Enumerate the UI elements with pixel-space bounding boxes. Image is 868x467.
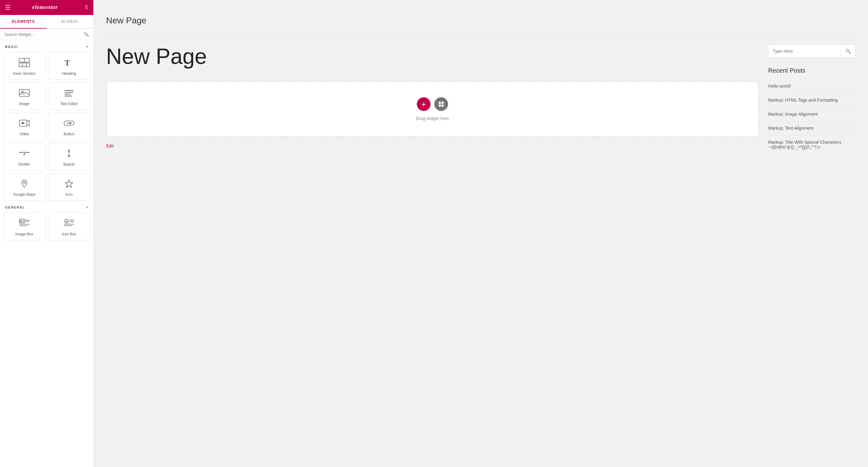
logo: elementor — [32, 2, 63, 13]
hamburger-icon[interactable]: ☰ — [5, 4, 10, 11]
inner-section-icon — [19, 58, 30, 69]
recent-post-item[interactable]: Markup: Title With Special Characters ~!… — [768, 135, 856, 154]
icon-icon — [63, 179, 74, 190]
recent-post-item[interactable]: Markup: Text Alignment — [768, 121, 856, 135]
widget-icon-box-label: Icon Box — [62, 232, 76, 236]
svg-rect-38 — [439, 104, 441, 107]
panel-tabs: Elements Global — [0, 15, 93, 29]
svg-rect-39 — [441, 104, 444, 107]
sidebar-search-widget: 🔍 — [768, 44, 856, 58]
recent-posts-title: Recent Posts — [768, 67, 856, 74]
drag-hint: Drag widget here — [416, 116, 449, 121]
search-container: 🔍 — [0, 29, 93, 40]
search-icon[interactable]: 🔍 — [84, 32, 89, 37]
svg-rect-7 — [19, 90, 29, 96]
widget-video[interactable]: Video — [3, 112, 45, 140]
widget-google-maps[interactable]: Google Maps — [3, 173, 45, 201]
widget-spacer-label: Spacer — [63, 162, 75, 166]
right-sidebar: 🔍 Recent Posts Hello world! Markup: HTML… — [768, 44, 856, 154]
widget-inner-section-label: Inner Section — [13, 71, 35, 76]
widget-google-maps-label: Google Maps — [13, 192, 35, 197]
canvas-divider — [106, 35, 856, 35]
text-editor-icon — [63, 88, 74, 99]
basic-widget-grid: Inner Section T Heading — [3, 52, 90, 201]
recent-post-item[interactable]: Hello world! — [768, 79, 856, 93]
section-general-label: General — [5, 205, 25, 209]
spacer-icon — [63, 149, 74, 160]
svg-text:★: ★ — [65, 220, 68, 223]
widget-button[interactable]: Button — [48, 112, 91, 140]
widget-divider-label: Divider — [19, 162, 30, 166]
svg-rect-36 — [439, 102, 441, 104]
widget-image-box[interactable]: Image Box — [3, 212, 45, 240]
drag-zone: + Drag widget here — [106, 81, 759, 137]
widget-inner-section[interactable]: Inner Section — [3, 52, 45, 80]
widget-list: Basic ▾ Inner Section — [0, 40, 93, 467]
sidebar-search-input[interactable] — [769, 45, 841, 57]
widget-text-editor[interactable]: Text Editor — [48, 82, 91, 110]
template-button[interactable] — [434, 97, 448, 111]
widget-image[interactable]: Image — [3, 82, 45, 110]
add-widget-button[interactable]: + — [417, 97, 431, 111]
svg-marker-23 — [65, 180, 73, 187]
widget-spacer[interactable]: Spacer — [48, 143, 91, 170]
image-icon — [19, 88, 30, 99]
main-area: New Page New Page + — [94, 0, 868, 467]
widget-video-label: Video — [20, 132, 29, 136]
widget-heading[interactable]: T Heading — [48, 52, 91, 80]
widget-heading-label: Heading — [62, 71, 76, 76]
tab-global[interactable]: Global — [47, 15, 94, 29]
widget-divider[interactable]: Divider — [3, 143, 45, 170]
svg-text:T: T — [65, 58, 70, 67]
page-title-top: New Page — [106, 9, 856, 35]
button-icon — [63, 119, 74, 129]
image-box-icon — [19, 219, 30, 229]
search-input[interactable] — [4, 32, 81, 37]
section-basic-header[interactable]: Basic ▾ — [3, 40, 90, 52]
big-page-title: New Page — [106, 44, 759, 69]
section-basic-label: Basic — [5, 45, 18, 48]
divider-icon — [19, 149, 30, 160]
widget-icon-box[interactable]: ★ Icon Box — [48, 212, 91, 240]
chevron-down-icon-general: ▾ — [86, 205, 89, 209]
svg-rect-37 — [441, 102, 444, 104]
edit-link[interactable]: Edit — [106, 143, 759, 148]
section-general-header[interactable]: General ▾ — [3, 201, 90, 212]
tab-elements[interactable]: Elements — [0, 15, 47, 29]
left-panel: ☰ elementor ⠿ Elements Global 🔍 Basic ▾ — [0, 0, 94, 467]
chevron-down-icon: ▾ — [86, 44, 89, 49]
heading-icon: T — [63, 58, 74, 69]
general-widget-grid: Image Box ★ Icon Box — [3, 212, 90, 240]
widget-image-label: Image — [19, 102, 29, 106]
recent-post-item[interactable]: Markup: HTML Tags and Formatting — [768, 93, 856, 107]
icon-box-icon: ★ — [63, 219, 74, 229]
video-icon — [19, 119, 30, 129]
top-bar: ☰ elementor ⠿ — [0, 0, 93, 15]
grid-icon[interactable]: ⠿ — [85, 5, 88, 10]
drag-buttons: + — [417, 97, 448, 111]
widget-image-box-label: Image Box — [15, 232, 33, 236]
svg-point-22 — [23, 181, 25, 183]
widget-text-editor-label: Text Editor — [60, 102, 78, 106]
recent-posts-list: Hello world! Markup: HTML Tags and Forma… — [768, 79, 856, 154]
widget-button-label: Button — [64, 132, 74, 136]
svg-rect-3 — [19, 63, 30, 67]
sidebar-search-button[interactable]: 🔍 — [841, 45, 855, 57]
widget-icon[interactable]: Icon — [48, 173, 91, 201]
page-content-area: New Page + Dr — [106, 44, 759, 148]
google-maps-icon — [19, 179, 30, 190]
recent-post-item[interactable]: Markup: Image Alignment — [768, 107, 856, 121]
svg-text:elementor: elementor — [32, 4, 58, 10]
svg-marker-14 — [22, 122, 25, 124]
widget-icon-label: Icon — [65, 192, 73, 197]
